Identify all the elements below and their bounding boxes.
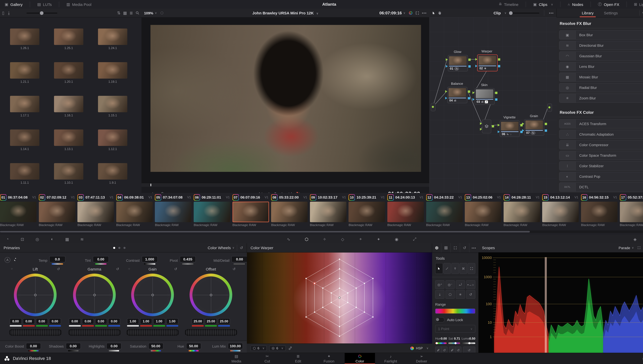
warper-canvas[interactable] bbox=[247, 252, 432, 344]
clip-chevron-icon[interactable]: ∨ bbox=[504, 11, 506, 15]
page-tab-fairlight[interactable]: ♪Fairlight bbox=[375, 353, 406, 364]
timeline-clip-thumbnail[interactable] bbox=[349, 202, 385, 222]
viewer-options-icon[interactable]: ••• bbox=[422, 11, 427, 15]
node-zoom-knob[interactable] bbox=[509, 11, 513, 15]
sat-feather-button[interactable] bbox=[449, 347, 455, 354]
timeline-clip[interactable]: 01 06:37:04:08 V1 Blackmagic RAW bbox=[0, 193, 39, 227]
node-vignette[interactable]: 06∿◌ bbox=[500, 120, 520, 137]
top-tab-open-fx[interactable]: ⓕOpen FX bbox=[593, 0, 624, 9]
timeline-clip-thumbnail[interactable] bbox=[620, 202, 643, 222]
range-gradient-strip[interactable] bbox=[435, 308, 475, 314]
color-wheels-palette-icon[interactable]: ◎ bbox=[33, 235, 42, 243]
gallery-still[interactable]: 1.19.1 bbox=[98, 62, 127, 84]
gallery-still-thumb[interactable] bbox=[10, 62, 39, 78]
library-item-color-stabilizer[interactable]: ⁝Color Stabilizer bbox=[559, 161, 643, 170]
lift-value-1[interactable]: 0.00 bbox=[23, 318, 35, 324]
library-item-color-space-transform[interactable]: ▭Color Space Transform bbox=[559, 151, 643, 160]
timeline-clip[interactable]: 15 04:13:12:14 V1 Blackmagic RAW bbox=[542, 193, 581, 227]
motion-effects-palette-icon[interactable]: ≋ bbox=[78, 235, 86, 243]
library-item-mosaic-blur[interactable]: ▦Mosaic Blur bbox=[559, 72, 643, 82]
timeline-clip[interactable]: 10 10:25:39:21 V1 Blackmagic RAW bbox=[349, 193, 387, 227]
pivot-value[interactable]: 0.435 bbox=[180, 256, 196, 262]
gallery-still[interactable]: 1.24.1 bbox=[98, 28, 127, 50]
select-column-button[interactable]: ⇣ bbox=[435, 290, 445, 299]
luma-slider[interactable] bbox=[462, 342, 475, 344]
library-search-icon[interactable] bbox=[642, 11, 643, 15]
gallery-still[interactable]: 1.25.1 bbox=[54, 28, 83, 50]
link-icon[interactable] bbox=[288, 346, 292, 350]
warper-options-icon[interactable]: ••• bbox=[469, 243, 478, 252]
timeline-clip-thumbnail[interactable] bbox=[465, 202, 501, 222]
clip-number-badge[interactable]: 14 bbox=[504, 194, 510, 200]
playhead-tick[interactable] bbox=[150, 184, 151, 186]
sat-reset-button[interactable]: ↺ bbox=[455, 347, 461, 354]
gain-color-wheel[interactable] bbox=[131, 274, 174, 316]
top-tab-luts[interactable]: ▤LUTs bbox=[33, 0, 56, 9]
timeline-clip[interactable]: 07 06:07:09:16 V1 Blackmagic RAW bbox=[232, 193, 271, 227]
mid/detail-value[interactable]: 0.00 bbox=[232, 256, 248, 262]
timeline-clip[interactable]: 17 05:52:37:07 V1 Blackmagic RAW bbox=[620, 193, 643, 227]
library-item-box-blur[interactable]: ▣Box Blur bbox=[559, 30, 643, 40]
pan-hand-icon[interactable] bbox=[438, 11, 441, 15]
clip-number-badge[interactable]: 16 bbox=[581, 194, 587, 200]
gain-value-3[interactable]: 1.00 bbox=[166, 318, 178, 324]
library-item-dctl[interactable]: DCTLDCTL bbox=[559, 182, 643, 192]
offset-color-wheel[interactable] bbox=[189, 274, 232, 316]
still-albums-icon[interactable]: ▯ bbox=[2, 10, 4, 16]
node-skin[interactable]: 03ıli✓ bbox=[475, 88, 495, 104]
draw-tool-button[interactable] bbox=[443, 263, 451, 274]
wheel-mode-chevron-icon[interactable]: ∨ bbox=[232, 246, 235, 250]
tracker-palette-icon[interactable]: ⌖ bbox=[356, 235, 365, 243]
gallery-still-thumb[interactable] bbox=[10, 163, 39, 180]
lift-reset-icon[interactable]: ↺ bbox=[57, 267, 60, 271]
library-tab-settings[interactable]: Settings bbox=[599, 9, 623, 17]
white-balance-picker-icon[interactable] bbox=[13, 257, 18, 262]
project-manager-icon[interactable] bbox=[642, 356, 643, 361]
reroute-button[interactable]: ⤾ bbox=[456, 280, 465, 289]
offset-value-2[interactable]: 25.00 bbox=[218, 318, 230, 324]
warper-mesh[interactable] bbox=[247, 252, 432, 344]
timeline-clip-thumbnail[interactable] bbox=[504, 202, 540, 222]
camera-raw-palette-icon[interactable]: ◔ bbox=[3, 235, 12, 243]
top-tab-media-pool[interactable]: ▥Media Pool bbox=[62, 0, 96, 9]
page-tab-deliver[interactable]: ➢Deliver bbox=[406, 353, 437, 364]
gallery-still[interactable]: 1.12.1 bbox=[98, 130, 127, 151]
color-boost-value[interactable]: 0.00 bbox=[26, 343, 41, 349]
lasso-select-button[interactable]: ⬠ bbox=[446, 290, 455, 299]
library-item-chromatic-adaptation[interactable]: ∴Chromatic Adaptation bbox=[559, 130, 643, 139]
timeline-clip-thumbnail[interactable] bbox=[310, 202, 346, 222]
clip-number-badge[interactable]: 04 bbox=[116, 194, 123, 200]
timeline-clip-thumbnail[interactable] bbox=[232, 202, 269, 222]
gallery-still-thumb[interactable] bbox=[54, 163, 83, 180]
scope-mode-chevron-icon[interactable]: ∨ bbox=[632, 246, 634, 250]
gamma-reset-icon[interactable]: ↺ bbox=[116, 267, 119, 271]
library-section-header[interactable]: Resolve FX Blur∧ bbox=[559, 19, 643, 28]
gain-master-wheel[interactable] bbox=[126, 329, 179, 336]
gallery-still-thumb[interactable] bbox=[54, 130, 83, 146]
clip-number-badge[interactable]: 12 bbox=[426, 194, 433, 200]
library-item-aces-transform[interactable]: ACESACES Transform bbox=[559, 119, 643, 128]
clip-number-badge[interactable]: 02 bbox=[39, 194, 45, 200]
lift-color-wheel[interactable] bbox=[14, 274, 57, 316]
hue-reset-button[interactable]: ↺ bbox=[442, 347, 447, 354]
sat-slider[interactable] bbox=[449, 342, 460, 344]
auto-balance-icon[interactable]: A bbox=[5, 257, 10, 263]
expand-scopes-icon[interactable] bbox=[637, 246, 641, 250]
source-node[interactable] bbox=[431, 103, 436, 111]
page-tab-edit[interactable]: ≣Edit bbox=[283, 353, 313, 364]
timeline-clip-thumbnail[interactable] bbox=[581, 202, 617, 222]
primaries-reset-icon[interactable]: ↺ bbox=[240, 246, 243, 250]
hue-slider[interactable] bbox=[435, 342, 447, 344]
shadows-value[interactable]: 0.00 bbox=[66, 343, 81, 349]
library-item-zoom-blur[interactable]: ✳Zoom Blur bbox=[559, 94, 643, 103]
timeline-scrollbar[interactable] bbox=[0, 230, 643, 233]
add-point-button[interactable]: ◎⁺ bbox=[435, 280, 445, 289]
lift-value-0[interactable]: 0.00 bbox=[10, 318, 22, 324]
magic-mask-palette-icon[interactable]: ✦ bbox=[374, 235, 383, 243]
gallery-still[interactable]: 1.9.1 bbox=[98, 163, 127, 184]
saturation-value[interactable]: 50.00 bbox=[148, 343, 163, 349]
qualifier-palette-icon[interactable]: ✧ bbox=[320, 235, 329, 243]
gallery-still-thumb[interactable] bbox=[10, 130, 39, 146]
timeline-clip[interactable]: 05 07:34:07:08 V1 Blackmagic RAW bbox=[155, 193, 193, 227]
converge-tool-button[interactable] bbox=[460, 263, 467, 274]
